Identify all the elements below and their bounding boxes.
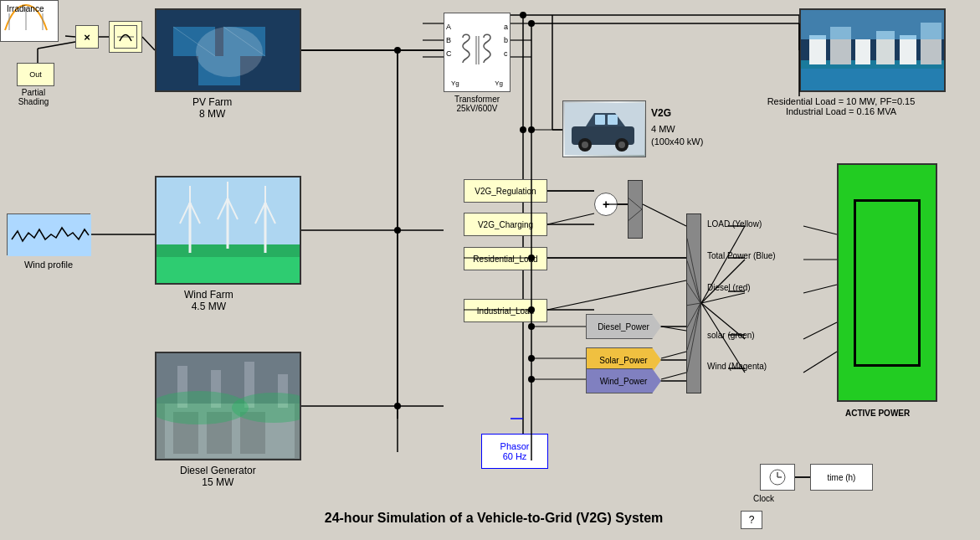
- scope-display: [854, 199, 921, 367]
- svg-point-102: [618, 141, 625, 148]
- svg-rect-93: [801, 69, 946, 92]
- wind-farm-block: [155, 176, 301, 285]
- svg-rect-94: [801, 10, 946, 39]
- svg-line-134: [701, 260, 745, 303]
- partial-shading-label: Partial Shading: [8, 88, 59, 106]
- wind-farm-name: Wind Farm: [184, 289, 233, 301]
- svg-point-37: [394, 47, 401, 54]
- v2g-detail: (100x40 kW): [651, 136, 703, 147]
- out-label: Out: [29, 70, 42, 79]
- svg-rect-97: [595, 115, 605, 125]
- svg-line-153: [661, 327, 686, 331]
- v2g-power: 4 MW: [651, 124, 675, 134]
- help-button[interactable]: ?: [741, 511, 762, 529]
- residential-load-block: Residential_Load: [464, 247, 547, 270]
- industrial-load-label: Industrial Load = 0.16 MVA: [736, 106, 946, 116]
- transformer-label: Transformer 25kV/600V: [444, 95, 511, 113]
- svg-line-132: [643, 204, 686, 226]
- residential-label: Residential Load = 10 MW, PF=0.15 Indust…: [736, 96, 946, 116]
- load-output-label: LOAD (Yellow): [707, 219, 762, 229]
- residential-load-label: Residential Load = 10 MW, PF=0.15: [736, 96, 946, 106]
- wind-farm-power: 4.5 MW: [184, 301, 233, 312]
- pv-farm-name: PV Farm: [192, 96, 232, 108]
- active-power-scope: [837, 163, 937, 402]
- clock-block: [760, 464, 795, 491]
- pv-farm-power: 8 MW: [192, 108, 232, 120]
- diesel-output-label: Diesel (red): [707, 283, 751, 292]
- svg-point-148: [528, 323, 535, 330]
- svg-rect-103: [629, 183, 642, 235]
- diesel-gen-block: [155, 352, 301, 460]
- phasor-label: Phasor: [500, 441, 530, 451]
- time-block: time (h): [810, 464, 873, 491]
- transfer-inner: [114, 25, 137, 49]
- wind-power-label: Wind_Power: [600, 377, 648, 386]
- svg-line-0: [65, 36, 75, 37]
- svg-rect-98: [608, 115, 618, 125]
- svg-point-150: [528, 355, 535, 362]
- transfer-block: [109, 21, 142, 53]
- svg-point-40: [520, 12, 526, 18]
- total-output-label: Total Power (Blue): [707, 251, 776, 260]
- qmark-label: ?: [749, 514, 755, 526]
- svg-rect-91: [900, 35, 916, 64]
- wind-output-label: Wind (Magenta): [707, 362, 767, 371]
- svg-point-38: [394, 227, 401, 234]
- svg-point-128: [528, 126, 535, 133]
- main-canvas: Irradiance ×: [0, 0, 980, 540]
- multiply-symbol: ×: [84, 31, 90, 44]
- diesel-gen-name: Diesel Generator: [180, 465, 256, 476]
- svg-point-51: [196, 27, 263, 77]
- svg-line-142: [803, 352, 837, 373]
- diesel-gen-power: 15 MW: [180, 476, 256, 488]
- wind-profile-label: Wind profile: [7, 260, 90, 270]
- v2g-car-block: [562, 100, 646, 157]
- diesel-power-block: Diesel_Power: [586, 314, 661, 339]
- mux-block-2: [686, 213, 701, 393]
- v2g-regulation-block: V2G_Regulation: [464, 179, 547, 203]
- v2g-charging-label: V2G_Charging: [478, 220, 533, 229]
- svg-line-141: [803, 322, 837, 339]
- svg-line-154: [661, 352, 686, 358]
- svg-rect-87: [809, 35, 826, 64]
- phasor-freq: 60 Hz: [503, 451, 527, 461]
- svg-line-140: [803, 285, 837, 293]
- pv-farm-block: [155, 8, 301, 92]
- pv-farm-label: PV Farm 8 MW: [192, 96, 232, 120]
- svg-rect-89: [855, 39, 870, 64]
- sum-junction-1: +: [594, 193, 618, 216]
- transformer-voltage: 25kV/600V: [444, 104, 511, 113]
- multiply-block: ×: [75, 25, 99, 49]
- svg-point-100: [582, 141, 588, 148]
- wind-power-block: Wind_Power: [586, 368, 661, 393]
- industrial-load-block: Industrial_Load: [464, 299, 547, 322]
- svg-point-42: [520, 126, 526, 133]
- svg-line-2: [142, 37, 155, 50]
- solar-output-label: solar (green): [707, 331, 755, 340]
- svg-line-4: [38, 42, 75, 49]
- clock-label: Clock: [753, 494, 774, 503]
- irradiance-label: Irradiance: [7, 4, 44, 13]
- partial-shading-block: Out: [17, 63, 54, 86]
- phasor-block: Phasor 60 Hz: [481, 434, 548, 469]
- svg-line-155: [661, 373, 686, 379]
- car-image: [563, 101, 645, 157]
- diesel-power-label: Diesel_Power: [598, 322, 649, 332]
- industrial-load-label-el: Industrial_Load: [477, 306, 534, 316]
- transformer-name: Transformer: [444, 95, 511, 104]
- v2g-regulation-label: V2G_Regulation: [475, 187, 536, 196]
- svg-point-125: [528, 20, 535, 27]
- svg-line-157: [547, 280, 686, 310]
- v2g-label: V2G: [651, 107, 671, 119]
- svg-rect-57: [156, 253, 301, 285]
- svg-line-138: [803, 226, 837, 234]
- svg-line-135: [701, 293, 745, 303]
- svg-point-152: [528, 376, 535, 383]
- mux-block-1: [628, 180, 643, 239]
- svg-line-130: [547, 213, 594, 224]
- residential-load-signal-label: Residential_Load: [473, 255, 537, 264]
- residential-block: [799, 8, 946, 92]
- pv-farm-image: [156, 10, 300, 90]
- v2g-charging-block: V2G_Charging: [464, 213, 547, 236]
- active-power-label: ACTIVE POWER: [845, 409, 910, 418]
